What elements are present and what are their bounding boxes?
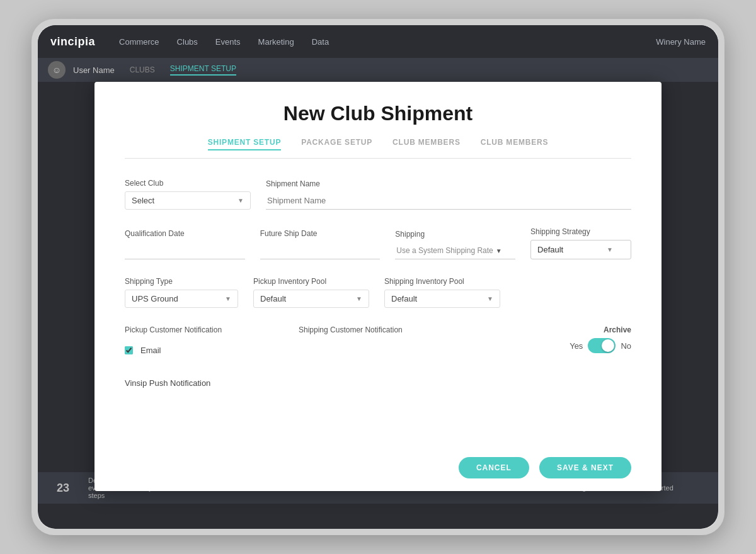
- shipping-chevron-icon: ▼: [496, 247, 502, 254]
- pickup-notif-title: Pickup Customer Notification: [125, 325, 284, 334]
- tab-club-members-1[interactable]: CLUB MEMBERS: [392, 138, 461, 150]
- email-checkbox[interactable]: [125, 346, 133, 354]
- nav-logo: vincipia: [50, 35, 95, 48]
- form-group-shipping-notif: Shipping Customer Notification: [299, 325, 457, 339]
- shipping-strategy-label: Shipping Strategy: [530, 227, 631, 236]
- cancel-button[interactable]: CANCEL: [459, 457, 529, 478]
- modal-content: New Club Shipment SHIPMENT SETUP PACKAGE…: [94, 82, 662, 447]
- form-row-2: Qualification Date Future Ship Date Ship…: [125, 227, 631, 259]
- tab-club-members-2[interactable]: CLUB MEMBERS: [481, 138, 549, 150]
- form-group-select-club: Select Club Select ▼: [125, 179, 251, 210]
- select-club-value: Select: [132, 196, 154, 205]
- tablet-screen: vincipia Commerce Clubs Events Marketing…: [38, 25, 718, 529]
- shipping-inventory-label: Shipping Inventory Pool: [384, 277, 500, 286]
- pickup-inventory-select[interactable]: Default ▼: [253, 290, 369, 308]
- modal-footer: CANCEL SAVE & NEXT: [94, 447, 662, 491]
- toggle-thumb: [602, 339, 614, 352]
- nav-marketing[interactable]: Marketing: [258, 37, 294, 47]
- select-club-label: Select Club: [125, 179, 251, 188]
- shipping-type-label: Shipping Type: [125, 277, 238, 286]
- user-bar: ☺ User Name CLUBS SHIPMENT SETUP: [38, 58, 718, 82]
- future-ship-date-label: Future Ship Date: [260, 229, 381, 238]
- shipping-label: Shipping: [395, 230, 515, 239]
- form-group-shipping-inventory: Shipping Inventory Pool Default ▼: [384, 277, 500, 308]
- user-name: User Name: [73, 65, 115, 75]
- form-group-pickup-notif: Pickup Customer Notification Email: [125, 325, 284, 355]
- form-row-3: Shipping Type UPS Ground ▼ Pickup Invent…: [125, 277, 631, 308]
- form-group-shipping-type: Shipping Type UPS Ground ▼: [125, 277, 238, 308]
- shipping-type-select[interactable]: UPS Ground ▼: [125, 290, 238, 308]
- top-nav: vincipia Commerce Clubs Events Marketing…: [38, 25, 718, 58]
- qualification-date-label: Qualification Date: [125, 229, 245, 238]
- form-row-4: Pickup Customer Notification Email Shipp…: [125, 325, 631, 361]
- shipping-strategy-select[interactable]: Default ▼: [530, 240, 631, 259]
- shipping-type-value: UPS Ground: [132, 294, 178, 303]
- save-next-button[interactable]: SAVE & NEXT: [539, 457, 631, 478]
- form-group-future-ship: Future Ship Date: [260, 229, 381, 259]
- archive-section: Archive Yes No: [472, 325, 631, 353]
- form-group-strategy: Shipping Strategy Default ▼: [530, 227, 631, 259]
- shipment-name-label: Shipment Name: [266, 179, 631, 188]
- tablet-home-button[interactable]: [719, 252, 724, 277]
- yes-label: Yes: [570, 341, 583, 351]
- archive-label: Archive: [472, 325, 631, 334]
- no-label: No: [621, 341, 631, 351]
- toggle-row: Yes No: [472, 338, 631, 353]
- pickup-inventory-value: Default: [260, 294, 286, 303]
- form-group-shipment-name: Shipment Name: [266, 179, 631, 210]
- vinsip-push-label: Vinsip Push Notification: [125, 378, 631, 388]
- pickup-inventory-label: Pickup Inventory Pool: [253, 277, 369, 286]
- modal: New Club Shipment SHIPMENT SETUP PACKAGE…: [94, 82, 662, 491]
- archive-toggle[interactable]: [588, 338, 616, 353]
- form-group-pickup-inventory: Pickup Inventory Pool Default ▼: [253, 277, 369, 308]
- shipment-name-input[interactable]: [266, 192, 631, 210]
- shipping-notif-title: Shipping Customer Notification: [299, 325, 457, 334]
- shipping-type-chevron-icon: ▼: [225, 295, 231, 302]
- pickup-inventory-chevron-icon: ▼: [356, 295, 362, 302]
- bg-row-num: 23: [50, 482, 76, 495]
- nav-winery-name: Winery Name: [656, 37, 706, 47]
- tab-package-setup[interactable]: PACKAGE SETUP: [301, 138, 372, 150]
- form-group-archive: Archive Yes No: [472, 325, 631, 361]
- form-group-vinsip: Vinsip Push Notification: [125, 378, 631, 388]
- tab-shipment-setup[interactable]: SHIPMENT SETUP: [208, 138, 282, 150]
- user-bar-tab-clubs[interactable]: CLUBS: [130, 65, 155, 74]
- nav-commerce[interactable]: Commerce: [119, 37, 159, 47]
- form-row-5: Vinsip Push Notification: [125, 378, 631, 388]
- modal-tabs: SHIPMENT SETUP PACKAGE SETUP CLUB MEMBER…: [125, 138, 631, 159]
- form-group-qual-date: Qualification Date: [125, 229, 245, 259]
- shipping-strategy-value: Default: [537, 245, 563, 254]
- qualification-date-input[interactable]: [125, 242, 245, 259]
- nav-data[interactable]: Data: [312, 37, 329, 47]
- form-group-shipping: Shipping Use a System Shipping Rate ▼: [395, 230, 515, 259]
- tablet-shell: vincipia Commerce Clubs Events Marketing…: [32, 19, 724, 535]
- shipping-inventory-chevron-icon: ▼: [487, 295, 493, 302]
- select-club-dropdown[interactable]: Select ▼: [125, 191, 251, 210]
- shipping-placeholder: Use a System Shipping Rate: [396, 246, 493, 255]
- avatar: ☺: [48, 61, 66, 79]
- strategy-chevron-icon: ▼: [607, 246, 613, 253]
- tablet-side-button[interactable]: [32, 239, 34, 258]
- form-row-1: Select Club Select ▼ Shipment Name: [125, 179, 631, 210]
- user-bar-tab-shipment[interactable]: SHIPMENT SETUP: [170, 64, 236, 76]
- nav-clubs[interactable]: Clubs: [177, 37, 198, 47]
- shipping-inventory-select[interactable]: Default ▼: [384, 290, 500, 308]
- shipping-inventory-value: Default: [391, 294, 417, 303]
- future-ship-date-input[interactable]: [260, 242, 381, 259]
- email-label: Email: [140, 346, 161, 355]
- modal-title: New Club Shipment: [125, 102, 631, 125]
- nav-events[interactable]: Events: [215, 37, 241, 47]
- shipping-select[interactable]: Use a System Shipping Rate ▼: [395, 242, 515, 259]
- select-club-chevron-icon: ▼: [238, 197, 244, 204]
